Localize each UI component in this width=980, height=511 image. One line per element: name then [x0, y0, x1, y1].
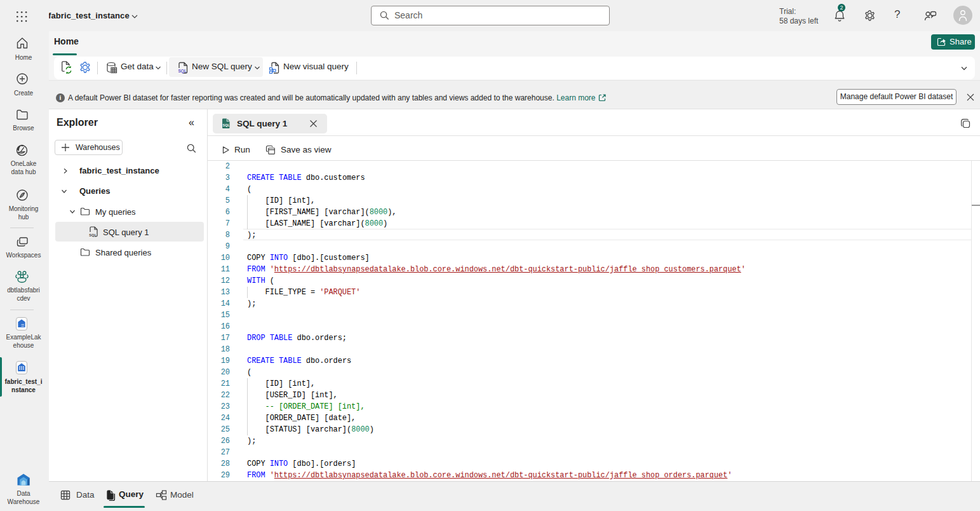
svg-text:SQL: SQL [89, 233, 97, 237]
svg-text:SQL: SQL [178, 69, 187, 74]
svg-text:SQL: SQL [223, 123, 231, 127]
